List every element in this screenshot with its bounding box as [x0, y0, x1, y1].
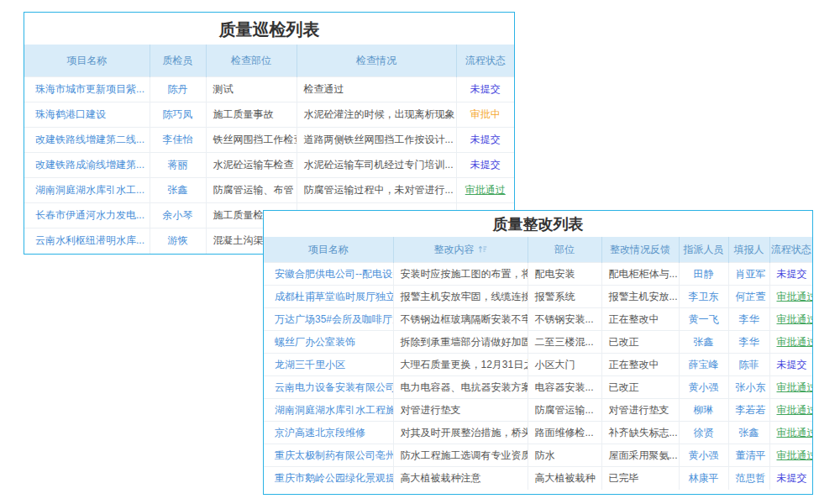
project-link[interactable]: 重庆市鹅岭公园绿化景观提升...: [264, 467, 393, 490]
project-link[interactable]: 万达广场35#会所及咖啡厅空...: [264, 308, 393, 331]
part-cell: 电容器安装...: [528, 376, 601, 399]
status-text[interactable]: 审批通过: [769, 331, 812, 354]
project-link[interactable]: 云南水利枢纽潜明水库...: [24, 228, 150, 254]
status-text: 未提交: [769, 263, 812, 286]
assignee-link[interactable]: 李卫东: [679, 286, 728, 308]
project-link[interactable]: 螺丝厂办公室装饰: [264, 331, 393, 354]
part-cell: 报警系统: [528, 286, 601, 308]
column-header-project-name: 项目名称: [264, 237, 393, 263]
reporter-link[interactable]: 董清平: [728, 444, 769, 467]
table-row: 京沪高速北京段维修对其及时开展整治措施，桥头...路面维修检...补齐缺失标志.…: [264, 422, 812, 444]
project-link[interactable]: 珠海市城市更新项目紫...: [24, 77, 150, 102]
reporter-link[interactable]: 陈菲: [728, 354, 769, 376]
rectify-table: 项目名称 整改内容 部位 整改情况反馈 指派人员 填报人 流程状态 安徽合肥供电…: [264, 237, 812, 490]
assignee-link[interactable]: 柳琳: [679, 399, 728, 422]
reporter-link[interactable]: 张鑫: [728, 422, 769, 444]
status-text[interactable]: 审批通过: [456, 178, 514, 203]
project-link[interactable]: 成都杜甫草堂临时展厅独立展...: [264, 286, 393, 308]
rectify-header-row: 项目名称 整改内容 部位 整改情况反馈 指派人员 填报人 流程状态: [264, 237, 812, 263]
table-row: 改建铁路线增建第二线...李佳怡铁丝网围挡工作检查道路两侧铁丝网围挡工作按设计.…: [24, 128, 514, 153]
project-link[interactable]: 云南电力设备安装有限公司20...: [264, 376, 393, 399]
feedback-cell: 已改正: [601, 376, 679, 399]
status-text: 未提交: [769, 467, 812, 490]
assignee-link[interactable]: 黄一飞: [679, 308, 728, 331]
project-link[interactable]: 长春市伊通河水力发电...: [24, 203, 150, 228]
table-row: 湖南洞庭湖水库引水工...张鑫防腐管运输、布管防腐管运输过程中，未对管进行...…: [24, 178, 514, 203]
table-row: 珠海市城市更新项目紫...陈丹测试检查通过未提交: [24, 77, 514, 102]
reporter-link[interactable]: 范思哲: [728, 467, 769, 490]
status-text: 未提交: [456, 128, 514, 153]
sort-icon[interactable]: [478, 244, 487, 256]
column-header-inspector: 质检员: [150, 45, 206, 77]
table-row: 珠海鹤港口建设陈巧凤施工质量事故水泥砼灌注的时候，出现离析现象审批中: [24, 102, 514, 128]
project-link[interactable]: 安徽合肥供电公司--配电设备...: [264, 263, 393, 286]
reporter-link[interactable]: 李若若: [728, 399, 769, 422]
rectify-table-title: 质量整改列表: [264, 211, 812, 237]
table-row: 重庆太极制药有限公司亳州中...防水工程施工选调有专业资质...防水屋面采用聚氨…: [264, 444, 812, 467]
inspector-link[interactable]: 张鑫: [150, 178, 206, 203]
rectify-content-cell: 拆除到承重墙部分请做好加固...: [393, 331, 528, 354]
column-header-inspection-part: 检查部位: [206, 45, 297, 77]
assignee-link[interactable]: 黄小强: [679, 444, 728, 467]
reporter-link[interactable]: 何芷萱: [728, 286, 769, 308]
project-link[interactable]: 改建铁路成渝线增建第...: [24, 153, 150, 178]
table-row: 改建铁路成渝线增建第...蒋丽水泥砼运输车检查水泥砼运输车司机经过专门培训...…: [24, 153, 514, 178]
rectify-content-cell: 安装时应按施工图的布置，将...: [393, 263, 528, 286]
status-text: 未提交: [456, 77, 514, 102]
project-link[interactable]: 湖南洞庭湖水库引水工程施工标: [264, 399, 393, 422]
inspection-part-cell: 施工质量事故: [206, 102, 297, 128]
inspector-link[interactable]: 李佳怡: [150, 128, 206, 153]
feedback-cell: 报警主机安放...: [601, 286, 679, 308]
assignee-link[interactable]: 张鑫: [679, 331, 728, 354]
column-header-project-name: 项目名称: [24, 45, 150, 77]
status-text[interactable]: 审批通过: [769, 376, 812, 399]
part-cell: 二至三楼混...: [528, 331, 601, 354]
project-link[interactable]: 龙湖三千里小区: [264, 354, 393, 376]
inspection-part-cell: 防腐管运输、布管: [206, 178, 297, 203]
part-cell: 高大植被栽种: [528, 467, 601, 490]
rectify-content-label: 整改内容: [434, 244, 475, 255]
rectify-content-cell: 对管进行垫支: [393, 399, 528, 422]
feedback-cell: 屋面采用聚氨...: [601, 444, 679, 467]
rectify-content-cell: 电力电容器、电抗器安装方案...: [393, 376, 528, 399]
part-cell: 不锈钢安装...: [528, 308, 601, 331]
project-link[interactable]: 重庆太极制药有限公司亳州中...: [264, 444, 393, 467]
table-row: 云南电力设备安装有限公司20...电力电容器、电抗器安装方案...电容器安装..…: [264, 376, 812, 399]
reporter-link[interactable]: 肖亚军: [728, 263, 769, 286]
rectify-content-cell: 不锈钢边框玻璃隔断安装不牢...: [393, 308, 528, 331]
assignee-link[interactable]: 徐贤: [679, 422, 728, 444]
feedback-cell: 正在整改中: [601, 308, 679, 331]
inspector-link[interactable]: 余小琴: [150, 203, 206, 228]
status-text[interactable]: 审批通过: [769, 444, 812, 467]
status-text[interactable]: 审批通过: [769, 286, 812, 308]
feedback-cell: 正在整改中: [601, 354, 679, 376]
assignee-link[interactable]: 田静: [679, 263, 728, 286]
project-link[interactable]: 湖南洞庭湖水库引水工...: [24, 178, 150, 203]
inspector-link[interactable]: 游恢: [150, 228, 206, 254]
inspector-link[interactable]: 陈巧凤: [150, 102, 206, 128]
status-text[interactable]: 审批通过: [769, 399, 812, 422]
table-row: 安徽合肥供电公司--配电设备...安装时应按施工图的布置，将...配电安装配电柜…: [264, 263, 812, 286]
feedback-cell: 补齐缺失标志...: [601, 422, 679, 444]
status-text[interactable]: 审批通过: [769, 422, 812, 444]
reporter-link[interactable]: 李华: [728, 308, 769, 331]
assignee-link[interactable]: 林康平: [679, 467, 728, 490]
column-header-inspection-situation: 检查情况: [297, 45, 456, 77]
assignee-link[interactable]: 薛宝峰: [679, 354, 728, 376]
project-link[interactable]: 珠海鹤港口建设: [24, 102, 150, 128]
reporter-link[interactable]: 李华: [728, 331, 769, 354]
inspector-link[interactable]: 陈丹: [150, 77, 206, 102]
part-cell: 配电安装: [528, 263, 601, 286]
inspection-situation-cell: 水泥砼灌注的时候，出现离析现象: [297, 102, 456, 128]
status-text[interactable]: 审批通过: [769, 308, 812, 331]
reporter-link[interactable]: 张小东: [728, 376, 769, 399]
table-row: 龙湖三千里小区大理石质量更换，12月31日之...小区大门正在整改中薛宝峰陈菲未…: [264, 354, 812, 376]
project-link[interactable]: 改建铁路线增建第二线...: [24, 128, 150, 153]
inspector-link[interactable]: 蒋丽: [150, 153, 206, 178]
assignee-link[interactable]: 黄小强: [679, 376, 728, 399]
rectify-content-cell: 大理石质量更换，12月31日之...: [393, 354, 528, 376]
inspection-part-cell: 铁丝网围挡工作检查: [206, 128, 297, 153]
project-link[interactable]: 京沪高速北京段维修: [264, 422, 393, 444]
rectify-content-cell: 防水工程施工选调有专业资质...: [393, 444, 528, 467]
column-header-feedback: 整改情况反馈: [601, 237, 679, 263]
